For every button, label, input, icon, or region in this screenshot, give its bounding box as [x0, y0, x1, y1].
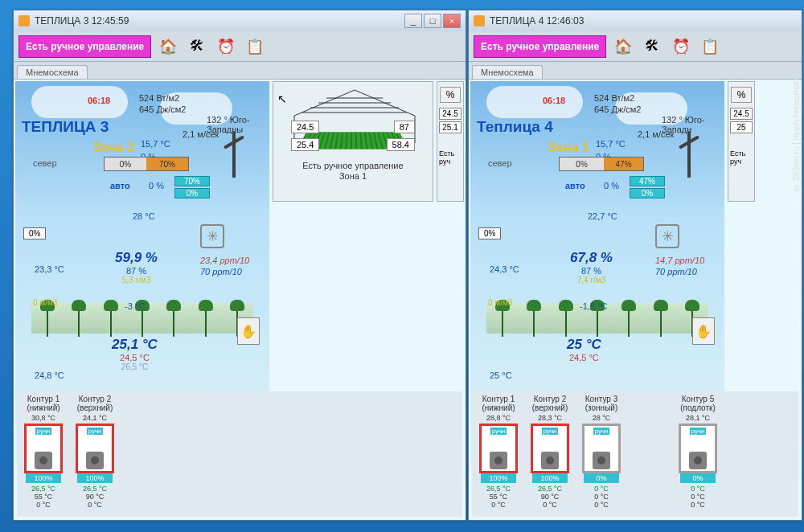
pct-value: 0 %	[604, 181, 619, 190]
tools-icon[interactable]: 🛠	[640, 35, 664, 59]
mode-tag: ручн	[542, 428, 559, 435]
irrigation-value: 0 м/м3	[33, 298, 57, 307]
percent-icon[interactable]: %	[731, 87, 752, 103]
pump-icon	[35, 452, 52, 469]
bottom-temp: 24,8 °C	[35, 370, 64, 380]
sp2-val-2: 25.1	[439, 121, 461, 133]
wind-speed: 2,1 м/сек	[638, 129, 674, 139]
contour-box: ручн	[24, 424, 63, 473]
maximize-button[interactable]: □	[424, 14, 441, 28]
contour-box: ручн	[531, 424, 569, 473]
window-title: ТЕПЛИЦА 4 12:46:03	[490, 15, 584, 27]
co2-block: 14,7 ppm/10 70 ppm/10	[655, 255, 704, 277]
inner-temp: 22,7 °C	[588, 211, 617, 221]
sp2-val-1: 24.5	[439, 108, 461, 120]
clock-icon[interactable]: ⏰	[669, 35, 693, 59]
radiation-stats: 524 Вт/м2 645 Дж/см2	[594, 92, 641, 115]
manual-icon[interactable]: ✋	[237, 317, 260, 345]
sp2-val-2: 25	[730, 121, 753, 133]
clock-icon[interactable]: ⏰	[214, 35, 238, 59]
main-temp-block: 25,1 °C 24,5 °C 26,5 °C	[112, 337, 158, 371]
mode-tag: ручн	[490, 428, 507, 435]
app-icon	[474, 15, 485, 27]
titlebar[interactable]: ТЕПЛИЦА 4 12:46:03	[469, 10, 802, 31]
pump-icon	[593, 452, 610, 469]
pump-icon	[490, 452, 507, 469]
contour-item[interactable]: Контур 2 (верхний) 24,1 °C ручн 100% 26,…	[72, 395, 118, 514]
left-temp: 23,3 °C	[35, 264, 64, 274]
cloud-decoration	[486, 86, 583, 118]
diag-val-2: 87	[394, 121, 415, 133]
outer-temp: 15,7 °C	[596, 139, 626, 149]
tab-mnemonic[interactable]: Мнемосхема	[472, 65, 543, 79]
pump-icon	[541, 452, 559, 469]
humidity-block: 59,9 % 87 % 5,3 г/м3	[115, 250, 158, 284]
greenhouse-title: Теплица 4	[477, 118, 553, 136]
contour-item[interactable]: Контур 1 (нижний) 28,8 °C ручн 100% 26,5…	[475, 395, 522, 514]
time-value: 06:18	[543, 96, 565, 105]
manual-icon[interactable]: ✋	[692, 317, 715, 345]
diag-val-3: 25.4	[291, 138, 319, 151]
contour-setpoints: 26,5 °C90 °C0 °C	[83, 485, 107, 509]
toolbar: Есть ручное управление 🏠 🛠 ⏰ 📋	[14, 31, 466, 62]
side-panel-2: % 24.5 25.1 Есть руч	[437, 81, 464, 202]
side-vent-pct[interactable]: 0%	[478, 227, 501, 239]
screen-bars: 47% 0%	[630, 176, 665, 200]
contour-setpoints: 26,5 °C55 °C0 °C	[486, 485, 511, 509]
side-vent-pct[interactable]: 0%	[23, 227, 46, 239]
vent-bar[interactable]: 0% 70%	[104, 157, 189, 171]
manual-control-button[interactable]: Есть ручное управление	[18, 35, 151, 58]
home-icon[interactable]: 🏠	[611, 35, 635, 59]
contour-title: Контур 3 (зонный)	[578, 395, 625, 412]
greenhouse-title: ТЕПЛИЦА 3	[22, 118, 109, 136]
contour-setpoints: 0 °C0 °C0 °C	[691, 485, 705, 509]
mode-tag: ручн	[593, 428, 610, 435]
tools-icon[interactable]: 🛠	[185, 35, 209, 59]
outer-temp: 15,7 °C	[141, 139, 170, 149]
notes-icon[interactable]: 📋	[698, 35, 722, 59]
close-button[interactable]: ×	[443, 14, 461, 28]
contour-item[interactable]: Контур 1 (нижний) 30,8 °C ручн 100% 26,5…	[20, 395, 67, 514]
contour-box: ручн	[679, 424, 717, 473]
minimize-button[interactable]: _	[404, 14, 422, 28]
fan-icon[interactable]: ✳	[655, 224, 679, 248]
greenhouse-3-window: ТЕПЛИЦА 3 12:45:59 _ □ × Есть ручное упр…	[13, 10, 466, 521]
pct-bar: 100%	[532, 473, 568, 483]
side-panel-2: % 24.5 25 Есть руч	[728, 81, 755, 202]
tab-mnemonic[interactable]: Мнемосхема	[17, 65, 88, 79]
home-icon[interactable]: 🏠	[156, 35, 180, 59]
fan-icon[interactable]: ✳	[200, 224, 224, 248]
soil-temp: -1,5 °C	[580, 301, 607, 311]
pct-bar: 100%	[77, 473, 113, 483]
auto-label: авто	[565, 181, 585, 190]
auto-label: авто	[110, 181, 130, 190]
contour-title: Контур 1 (нижний)	[475, 395, 522, 412]
tab-row: Мнемосхема	[469, 62, 802, 80]
contour-item[interactable]: Контур 5 (подлотк) 28,1 °C ручн 0% 0 °C0…	[675, 395, 721, 514]
contour-box: ручн	[582, 424, 621, 473]
vent-bar[interactable]: 0% 47%	[559, 157, 644, 171]
contour-temp: 28,1 °C	[686, 414, 710, 422]
percent-icon[interactable]: %	[440, 87, 461, 103]
titlebar[interactable]: ТЕПЛИЦА 3 12:45:59 _ □ ×	[14, 10, 466, 31]
pump-icon	[689, 452, 707, 469]
greenhouse-4-window: ТЕПЛИЦА 4 12:46:03 Есть ручное управлени…	[468, 10, 802, 521]
contour-temp: 28 °C	[593, 414, 611, 422]
contour-item[interactable]: Контур 3 (зонный) 28 °C ручн 0% 0 °C0 °C…	[578, 395, 625, 514]
sp2-text: Есть руч	[439, 149, 461, 166]
pct-bar: 0%	[680, 473, 716, 483]
contour-title: Контур 2 (верхний)	[527, 395, 573, 412]
bottom-temp: 25 °C	[490, 370, 512, 380]
pct-bar: 100%	[26, 473, 61, 483]
contour-item[interactable]: Контур 2 (верхний) 28,3 °C ручн 100% 26,…	[527, 395, 573, 514]
co2-block: 23,4 ppm/10 70 ppm/10	[200, 255, 249, 277]
zone1-diagram-panel: 24.5 87 25.4 58.4 Есть ручное управление…	[273, 81, 433, 202]
manual-control-button[interactable]: Есть ручное управление	[474, 35, 606, 58]
notes-icon[interactable]: 📋	[243, 35, 267, 59]
north-label: север	[488, 158, 512, 168]
humidity-block: 67,8 % 87 % 7,4 г/м3	[570, 250, 613, 284]
irrigation-value: 0 м/м3	[488, 298, 512, 307]
cloud-decoration	[31, 86, 128, 118]
zone-label: Зона 1	[548, 141, 589, 155]
zone-label: Зона 2	[92, 141, 134, 155]
